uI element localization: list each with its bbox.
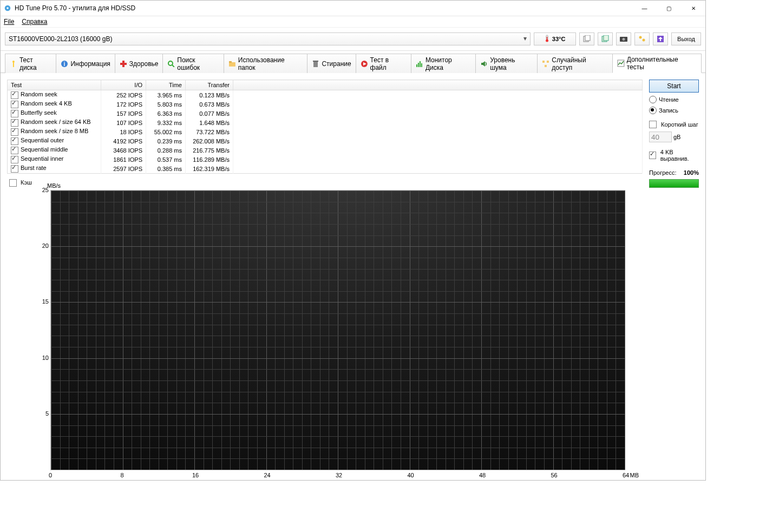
save-button[interactable] — [653, 32, 668, 45]
tab-health[interactable]: Здоровье — [115, 54, 163, 73]
tab-info[interactable]: iИнформация — [56, 54, 115, 73]
row-io: 1861 IOPS — [101, 155, 146, 164]
tab-disk-test[interactable]: Тест диска — [5, 54, 56, 73]
row-transfer: 162.319 MB/s — [186, 164, 233, 174]
row-checkbox[interactable] — [11, 137, 18, 145]
cache-checkbox[interactable] — [9, 179, 17, 187]
tab-aam[interactable]: Уровень шума — [475, 54, 538, 73]
exit-button[interactable]: Выход — [671, 32, 701, 45]
row-time: 55.002 ms — [146, 127, 186, 136]
step-spinner-row: gB — [649, 132, 699, 142]
chart-xtick: 40 — [408, 472, 414, 478]
cache-label: Кэш — [21, 179, 32, 186]
svg-rect-16 — [13, 62, 14, 67]
row-time: 0.239 ms — [146, 136, 186, 146]
tab-file-test[interactable]: Тест в файл — [356, 54, 411, 73]
table-row[interactable]: Sequential middle3468 IOPS0.288 ms216.77… — [8, 146, 643, 155]
row-time: 9.332 ms — [146, 118, 186, 127]
row-name: Random seek — [21, 91, 57, 97]
step-input — [649, 132, 672, 142]
write-label: Запись — [659, 107, 678, 114]
row-checkbox[interactable] — [11, 110, 18, 117]
svg-rect-20 — [120, 63, 127, 65]
chart-xtick: 64 — [623, 472, 629, 478]
table-row[interactable]: Sequential outer4192 IOPS0.239 ms262.008… — [8, 136, 643, 146]
row-checkbox[interactable] — [11, 101, 18, 108]
table-row[interactable]: Sequential inner1861 IOPS0.537 ms116.289… — [8, 155, 643, 164]
table-row[interactable]: Random seek / size 64 KB107 IOPS9.332 ms… — [8, 118, 643, 127]
row-name: Random seek / size 8 MB — [21, 128, 88, 134]
svg-line-22 — [172, 64, 174, 67]
col-transfer[interactable]: Transfer — [186, 80, 233, 90]
drive-select[interactable]: ST16000VE000-2L2103 (16000 gB) — [5, 32, 531, 45]
align4k-row[interactable]: 4 KB выравнив. — [649, 149, 699, 162]
menubar: File Справка — [1, 16, 705, 28]
maximize-button[interactable]: ▢ — [657, 1, 681, 16]
row-checkbox[interactable] — [11, 128, 18, 136]
row-checkbox[interactable] — [11, 91, 18, 99]
minimize-button[interactable]: — — [632, 1, 657, 16]
row-checkbox[interactable] — [11, 147, 18, 154]
short-step-checkbox[interactable] — [649, 121, 657, 128]
svg-point-12 — [643, 39, 645, 42]
close-button[interactable]: ✕ — [681, 1, 705, 16]
row-io: 4192 IOPS — [101, 136, 146, 146]
col-test[interactable]: Test — [8, 80, 101, 90]
col-spacer — [233, 80, 643, 90]
temperature-display: 33°C — [534, 32, 576, 45]
svg-rect-30 — [418, 62, 419, 67]
start-button[interactable]: Start — [649, 80, 699, 93]
svg-rect-34 — [542, 60, 545, 62]
svg-rect-4 — [546, 37, 547, 40]
write-radio[interactable] — [649, 107, 657, 114]
app-icon — [4, 4, 11, 12]
row-name: Sequential middle — [21, 146, 68, 153]
row-io: 252 IOPS — [101, 90, 146, 100]
tab-folder-usage[interactable]: Использование папок — [224, 54, 307, 73]
row-time: 0.537 ms — [146, 155, 186, 164]
col-io[interactable]: I/O — [101, 80, 146, 90]
row-checkbox[interactable] — [11, 156, 18, 163]
short-step-row[interactable]: Короткий шаг — [649, 121, 699, 128]
window-title: HD Tune Pro 5.70 - утилита для HD/SSD — [15, 4, 632, 12]
chart-xtick: 16 — [192, 472, 199, 478]
align4k-label: 4 KB выравнив. — [660, 149, 699, 162]
tab-random-access[interactable]: Случайный доступ — [537, 54, 612, 73]
table-row[interactable]: Butterfly seek157 IOPS6.363 ms0.077 MB/s — [8, 109, 643, 118]
row-checkbox[interactable] — [11, 165, 18, 173]
copy-graph-button[interactable] — [598, 32, 613, 45]
write-radio-row[interactable]: Запись — [649, 107, 699, 114]
tab-erase[interactable]: Стирание — [307, 54, 356, 73]
screenshot-button[interactable] — [616, 32, 631, 45]
copy-info-button[interactable] — [579, 32, 594, 45]
menu-help[interactable]: Справка — [22, 18, 47, 25]
row-checkbox[interactable] — [11, 119, 18, 127]
table-row[interactable]: Burst rate2597 IOPS0.385 ms162.319 MB/s — [8, 164, 643, 174]
svg-rect-36 — [545, 64, 547, 67]
align4k-checkbox[interactable] — [649, 152, 656, 159]
table-row[interactable]: Random seek / size 8 MB18 IOPS55.002 ms7… — [8, 127, 643, 136]
toolbar: ST16000VE000-2L2103 (16000 gB) 33°C Выхо… — [1, 28, 705, 51]
table-row[interactable]: Random seek 4 KB172 IOPS5.803 ms0.673 MB… — [8, 100, 643, 109]
tab-disk-monitor[interactable]: Монитор Диска — [411, 54, 476, 73]
chart-xtick: 8 — [121, 472, 124, 478]
svg-point-21 — [168, 61, 173, 65]
read-radio[interactable] — [649, 96, 657, 103]
progress-label: Прогресс: — [649, 169, 676, 176]
row-name: Burst rate — [21, 165, 47, 171]
chart-ytick: 20 — [38, 242, 49, 249]
menu-file[interactable]: File — [4, 18, 14, 25]
col-time[interactable]: Time — [146, 80, 186, 90]
table-row[interactable]: Random seek252 IOPS3.965 ms0.123 MB/s — [8, 90, 643, 100]
chart-xtick: 56 — [551, 472, 558, 478]
chart-ytick: 25 — [38, 187, 49, 193]
row-transfer: 262.008 MB/s — [186, 136, 233, 146]
options-button[interactable] — [634, 32, 650, 45]
row-name: Sequential outer — [21, 137, 64, 143]
read-radio-row[interactable]: Чтение — [649, 96, 699, 103]
row-transfer: 0.077 MB/s — [186, 109, 233, 118]
svg-text:i: i — [64, 61, 66, 67]
tab-extra-tests[interactable]: Дополнительные тесты — [612, 54, 702, 73]
svg-rect-26 — [313, 61, 318, 62]
tab-error-scan[interactable]: Поиск ошибок — [162, 54, 224, 73]
